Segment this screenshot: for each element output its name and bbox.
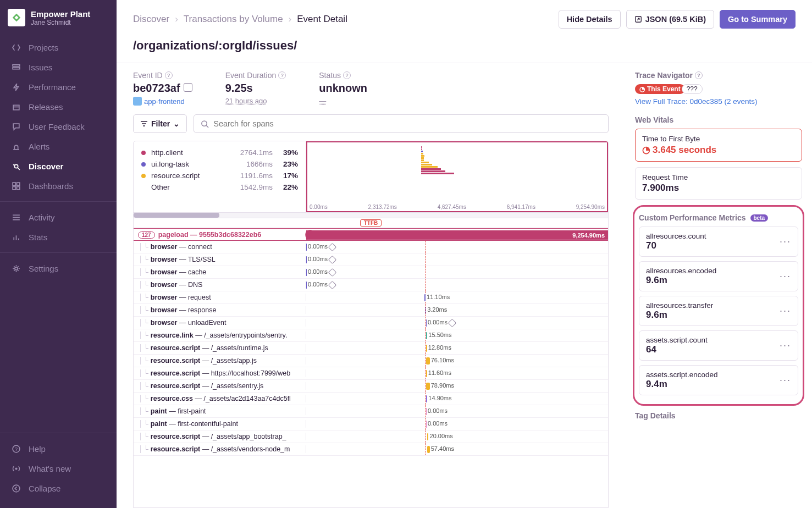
hide-details-button[interactable]: Hide Details [559, 10, 621, 29]
span-row-pageload[interactable]: 127pageload — 9555b3dc68322eb6 ◔9,254.90… [134, 228, 608, 241]
more-icon[interactable]: ··· [780, 374, 791, 386]
go-to-summary-button[interactable]: Go to Summary [720, 10, 796, 29]
more-icon[interactable]: ··· [780, 340, 791, 351]
breadcrumb-item[interactable]: Discover [133, 14, 169, 25]
info-icon[interactable]: ? [343, 71, 351, 79]
metric-card[interactable]: assets.script.encoded9.4m ··· [639, 365, 798, 395]
span-row[interactable]: └resource.script — /_assets/app_bootstra… [134, 430, 608, 443]
warning-icon [328, 280, 337, 289]
sidebar-item-releases[interactable]: Releases [0, 97, 117, 117]
span-row[interactable]: └resource.script — /_assets/runtime.js 1… [134, 342, 608, 355]
sidebar-item-collapse[interactable]: Collapse [0, 478, 117, 498]
sidebar-item-dashboards[interactable]: Dashboards [0, 176, 117, 196]
span-bar [426, 408, 427, 415]
minimap[interactable]: 0.00ms2,313.72ms4,627.45ms6,941.17ms9,25… [306, 141, 608, 212]
sidebar: Empower Plant Jane Schmidt ProjectsIssue… [0, 0, 117, 508]
code-brackets-icon [11, 42, 21, 52]
span-row[interactable]: └browser — request 11.10ms [134, 291, 608, 304]
sidebar-item-what-s-new[interactable]: What's new [0, 459, 117, 478]
ttfb-line [425, 279, 426, 291]
svg-line-8 [13, 164, 14, 165]
breadcrumb-item: Event Detail [297, 14, 347, 25]
metric-card[interactable]: allresources.count70 ··· [639, 227, 798, 257]
info-icon[interactable]: ? [165, 71, 173, 79]
view-full-trace-link[interactable]: View Full Trace: 0d0ec385 (2 events) [635, 97, 802, 106]
sidebar-item-performance[interactable]: Performance [0, 77, 117, 97]
event-duration-block: Event Duration? 9.25s 21 hours ago [225, 71, 286, 106]
span-row[interactable]: └resource.script — https://localhost:799… [134, 367, 608, 380]
span-bar [427, 446, 430, 453]
span-row[interactable]: └browser — unloadEvent 0.00ms [134, 317, 608, 329]
json-button[interactable]: JSON (69.5 KiB) [626, 10, 714, 29]
span-bar [426, 345, 427, 352]
ops-row[interactable]: resource.script 1191.6ms 17% [141, 170, 298, 181]
sidebar-item-settings[interactable]: Settings [0, 258, 117, 278]
sidebar-item-user-feedback[interactable]: User Feedback [0, 117, 117, 136]
breadcrumb-item[interactable]: Transactions by Volume [184, 14, 283, 25]
ops-row[interactable]: http.client 2764.1ms 39% [141, 147, 298, 158]
sidebar-item-activity[interactable]: Activity [0, 207, 117, 227]
span-bar [306, 244, 307, 251]
info-icon[interactable]: ? [278, 71, 286, 79]
span-row[interactable]: └resource.link — /_assets/entrypoints/se… [134, 329, 608, 342]
info-icon[interactable]: ? [695, 71, 703, 79]
color-dot [141, 151, 146, 155]
span-bar [427, 433, 429, 440]
ops-row[interactable]: ui.long-task 1666ms 23% [141, 158, 298, 170]
span-row[interactable]: └paint — first-paint 0.00ms [134, 405, 608, 418]
span-row[interactable]: └browser — DNS 0.00ms [134, 279, 608, 291]
sidebar-item-discover[interactable]: Discover [0, 156, 117, 176]
telescope-icon [11, 161, 21, 171]
unknown-chip[interactable]: ??? [682, 84, 703, 94]
org-switcher[interactable]: Empower Plant Jane Schmidt [0, 0, 117, 35]
ops-row[interactable]: Other 1542.9ms 22% [141, 181, 298, 193]
span-bar [426, 319, 427, 327]
project-link[interactable]: app-frontend [133, 97, 192, 106]
svg-point-22 [15, 467, 17, 470]
span-row[interactable]: └resource.script — /_assets/sentry.js 78… [134, 380, 608, 393]
list-icon [11, 212, 21, 222]
sidebar-item-stats[interactable]: Stats [0, 227, 117, 247]
sidebar-item-alerts[interactable]: Alerts [0, 136, 117, 156]
sidebar-item-label: Collapse [29, 484, 60, 493]
sidebar-item-label: What's new [29, 464, 71, 473]
svg-rect-12 [16, 186, 19, 189]
span-row[interactable]: └browser — TLS/SSL 0.00ms [134, 253, 608, 266]
ttfb-card[interactable]: Time to First Byte ◔3.645 seconds [635, 129, 802, 162]
this-event-chip[interactable]: ◔This Event [635, 84, 685, 94]
span-row[interactable]: └browser — connect 0.00ms [134, 241, 608, 253]
help-icon: ? [11, 444, 21, 454]
more-icon[interactable]: ··· [780, 270, 791, 282]
search-spans-input[interactable] [194, 114, 609, 133]
warning-icon [328, 255, 337, 264]
span-row[interactable]: └paint — first-contentful-paint 0.00ms [134, 418, 608, 430]
search-icon [201, 120, 209, 128]
span-row[interactable]: └resource.script — /_assets/app.js 76.10… [134, 355, 608, 367]
metric-card[interactable]: assets.script.count64 ··· [639, 330, 798, 361]
sidebar-item-help[interactable]: ?Help [0, 439, 117, 459]
span-bar [426, 332, 427, 339]
scroll-indicator[interactable] [134, 213, 608, 218]
sidebar-item-issues[interactable]: Issues [0, 57, 117, 77]
sidebar-item-projects[interactable]: Projects [0, 37, 117, 57]
org-name: Empower Plant [31, 9, 90, 19]
filter-button[interactable]: Filter ⌄ [133, 114, 187, 133]
span-bar [424, 294, 426, 301]
request-time-card[interactable]: Request Time 7.900ms [635, 167, 802, 200]
ops-breakdown: http.client 2764.1ms 39% ui.long-task 16… [134, 141, 306, 212]
span-row[interactable]: └resource.script — /_assets/vendors-node… [134, 443, 608, 456]
metric-card[interactable]: allresources.transfer9.6m ··· [639, 296, 798, 326]
more-icon[interactable]: ··· [780, 305, 791, 317]
span-row[interactable]: └browser — cache 0.00ms [134, 266, 608, 279]
svg-text:?: ? [14, 445, 17, 451]
more-icon[interactable]: ··· [780, 236, 791, 247]
ttfb-marker: TTFB [134, 218, 608, 228]
bar-chart-icon [11, 232, 21, 242]
metric-card[interactable]: allresources.encoded9.6m ··· [639, 261, 798, 291]
span-row[interactable]: └browser — response 3.20ms [134, 304, 608, 317]
span-count-badge: 127 [138, 231, 155, 239]
chevron-right-icon: › [289, 14, 292, 25]
copy-icon[interactable] [184, 83, 192, 92]
color-dot [141, 185, 146, 190]
span-row[interactable]: └resource.css — /_assets/ac2d143aa7c4dc5… [134, 393, 608, 405]
